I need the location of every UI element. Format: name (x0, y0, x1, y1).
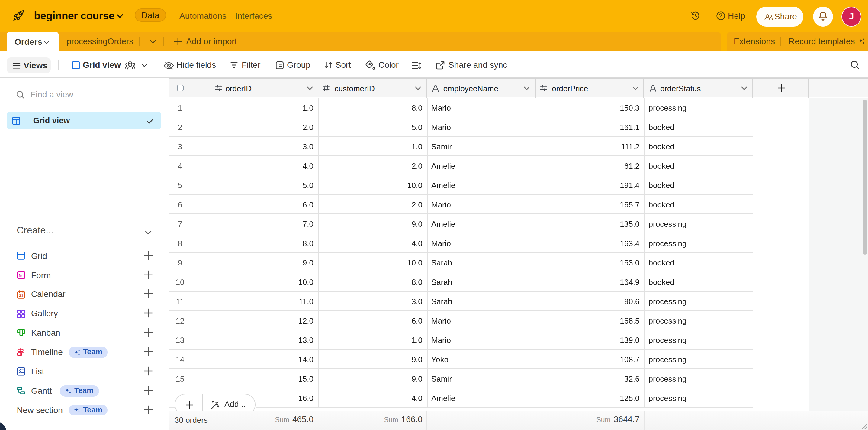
svg-text:31: 31 (19, 293, 24, 298)
